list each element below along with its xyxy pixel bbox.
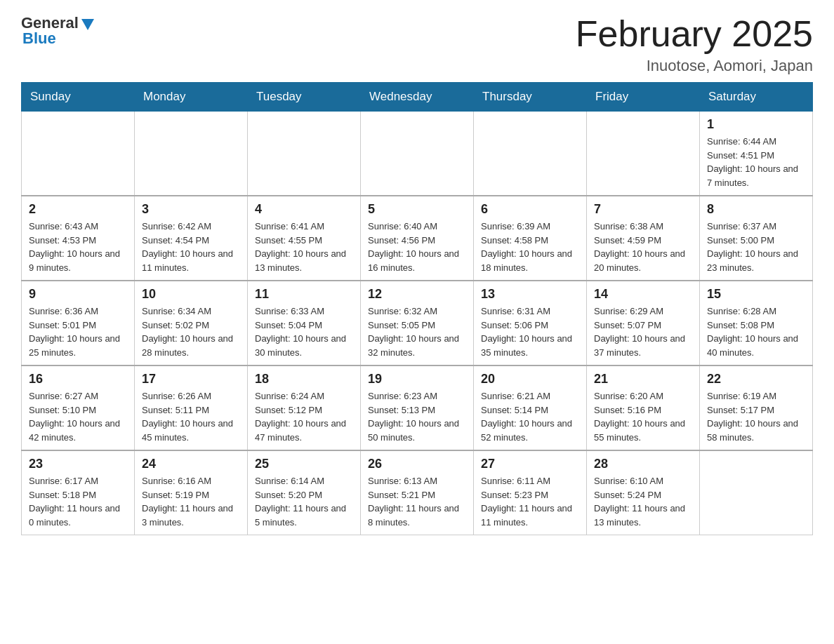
day-info: Sunrise: 6:41 AMSunset: 4:55 PMDaylight:… bbox=[255, 220, 353, 274]
calendar-cell: 4Sunrise: 6:41 AMSunset: 4:55 PMDaylight… bbox=[248, 196, 361, 281]
day-number: 17 bbox=[142, 372, 240, 387]
day-number: 12 bbox=[368, 287, 466, 302]
day-info: Sunrise: 6:20 AMSunset: 5:16 PMDaylight:… bbox=[594, 389, 692, 444]
header-friday: Friday bbox=[587, 83, 700, 112]
calendar-cell: 13Sunrise: 6:31 AMSunset: 5:06 PMDayligh… bbox=[474, 281, 587, 365]
calendar-week-row: 9Sunrise: 6:36 AMSunset: 5:01 PMDaylight… bbox=[22, 281, 813, 365]
day-info: Sunrise: 6:19 AMSunset: 5:17 PMDaylight:… bbox=[707, 389, 805, 444]
day-info: Sunrise: 6:42 AMSunset: 4:54 PMDaylight:… bbox=[142, 220, 240, 274]
day-info: Sunrise: 6:14 AMSunset: 5:20 PMDaylight:… bbox=[255, 474, 353, 529]
day-info: Sunrise: 6:33 AMSunset: 5:04 PMDaylight:… bbox=[255, 304, 353, 359]
day-number: 2 bbox=[29, 202, 127, 217]
day-number: 16 bbox=[29, 372, 127, 387]
calendar-cell: 11Sunrise: 6:33 AMSunset: 5:04 PMDayligh… bbox=[248, 281, 361, 365]
day-info: Sunrise: 6:21 AMSunset: 5:14 PMDaylight:… bbox=[481, 389, 579, 444]
day-number: 26 bbox=[368, 457, 466, 471]
day-number: 7 bbox=[594, 202, 692, 217]
calendar-cell: 27Sunrise: 6:11 AMSunset: 5:23 PMDayligh… bbox=[474, 450, 587, 535]
day-info: Sunrise: 6:44 AMSunset: 4:51 PMDaylight:… bbox=[707, 135, 805, 189]
calendar-cell: 26Sunrise: 6:13 AMSunset: 5:21 PMDayligh… bbox=[361, 450, 474, 535]
calendar-title: February 2025 bbox=[576, 14, 813, 54]
day-number: 18 bbox=[255, 372, 353, 387]
calendar-cell: 10Sunrise: 6:34 AMSunset: 5:02 PMDayligh… bbox=[135, 281, 248, 365]
calendar-cell: 2Sunrise: 6:43 AMSunset: 4:53 PMDaylight… bbox=[22, 196, 135, 281]
day-number: 24 bbox=[142, 457, 240, 471]
calendar-cell bbox=[361, 112, 474, 196]
calendar-subtitle: Inuotose, Aomori, Japan bbox=[576, 57, 813, 75]
day-info: Sunrise: 6:23 AMSunset: 5:13 PMDaylight:… bbox=[368, 389, 466, 444]
day-info: Sunrise: 6:13 AMSunset: 5:21 PMDaylight:… bbox=[368, 474, 466, 529]
day-info: Sunrise: 6:31 AMSunset: 5:06 PMDaylight:… bbox=[481, 304, 579, 359]
day-number: 23 bbox=[29, 457, 127, 471]
calendar-cell: 15Sunrise: 6:28 AMSunset: 5:08 PMDayligh… bbox=[700, 281, 813, 365]
day-number: 1 bbox=[707, 117, 805, 132]
calendar-cell: 14Sunrise: 6:29 AMSunset: 5:07 PMDayligh… bbox=[587, 281, 700, 365]
calendar-cell: 5Sunrise: 6:40 AMSunset: 4:56 PMDaylight… bbox=[361, 196, 474, 281]
calendar-cell: 21Sunrise: 6:20 AMSunset: 5:16 PMDayligh… bbox=[587, 365, 700, 450]
logo-blue-text: Blue bbox=[22, 29, 95, 48]
day-number: 4 bbox=[255, 202, 353, 217]
day-number: 19 bbox=[368, 372, 466, 387]
calendar-cell: 12Sunrise: 6:32 AMSunset: 5:05 PMDayligh… bbox=[361, 281, 474, 365]
page-header: General Blue February 2025 Inuotose, Aom… bbox=[21, 14, 813, 75]
day-info: Sunrise: 6:10 AMSunset: 5:24 PMDaylight:… bbox=[594, 474, 692, 529]
calendar-cell: 3Sunrise: 6:42 AMSunset: 4:54 PMDaylight… bbox=[135, 196, 248, 281]
calendar-cell bbox=[248, 112, 361, 196]
day-info: Sunrise: 6:40 AMSunset: 4:56 PMDaylight:… bbox=[368, 220, 466, 274]
calendar-cell: 18Sunrise: 6:24 AMSunset: 5:12 PMDayligh… bbox=[248, 365, 361, 450]
calendar-week-row: 16Sunrise: 6:27 AMSunset: 5:10 PMDayligh… bbox=[22, 365, 813, 450]
calendar-cell: 24Sunrise: 6:16 AMSunset: 5:19 PMDayligh… bbox=[135, 450, 248, 535]
day-info: Sunrise: 6:32 AMSunset: 5:05 PMDaylight:… bbox=[368, 304, 466, 359]
calendar-cell bbox=[135, 112, 248, 196]
header-tuesday: Tuesday bbox=[248, 83, 361, 112]
day-number: 27 bbox=[481, 457, 579, 471]
day-number: 25 bbox=[255, 457, 353, 471]
day-info: Sunrise: 6:28 AMSunset: 5:08 PMDaylight:… bbox=[707, 304, 805, 359]
header-monday: Monday bbox=[135, 83, 248, 112]
day-info: Sunrise: 6:43 AMSunset: 4:53 PMDaylight:… bbox=[29, 220, 127, 274]
calendar-week-row: 2Sunrise: 6:43 AMSunset: 4:53 PMDaylight… bbox=[22, 196, 813, 281]
calendar-cell: 28Sunrise: 6:10 AMSunset: 5:24 PMDayligh… bbox=[587, 450, 700, 535]
day-number: 13 bbox=[481, 287, 579, 302]
calendar-cell: 20Sunrise: 6:21 AMSunset: 5:14 PMDayligh… bbox=[474, 365, 587, 450]
header-sunday: Sunday bbox=[22, 83, 135, 112]
calendar-week-row: 23Sunrise: 6:17 AMSunset: 5:18 PMDayligh… bbox=[22, 450, 813, 535]
calendar-cell: 25Sunrise: 6:14 AMSunset: 5:20 PMDayligh… bbox=[248, 450, 361, 535]
calendar-cell: 19Sunrise: 6:23 AMSunset: 5:13 PMDayligh… bbox=[361, 365, 474, 450]
calendar-cell bbox=[700, 450, 813, 535]
title-section: February 2025 Inuotose, Aomori, Japan bbox=[576, 14, 813, 75]
calendar-cell bbox=[22, 112, 135, 196]
day-number: 15 bbox=[707, 287, 805, 302]
day-number: 20 bbox=[481, 372, 579, 387]
day-number: 9 bbox=[29, 287, 127, 302]
svg-marker-0 bbox=[81, 19, 94, 30]
day-number: 3 bbox=[142, 202, 240, 217]
calendar-cell: 1Sunrise: 6:44 AMSunset: 4:51 PMDaylight… bbox=[700, 112, 813, 196]
calendar-week-row: 1Sunrise: 6:44 AMSunset: 4:51 PMDaylight… bbox=[22, 112, 813, 196]
day-info: Sunrise: 6:37 AMSunset: 5:00 PMDaylight:… bbox=[707, 220, 805, 274]
day-info: Sunrise: 6:38 AMSunset: 4:59 PMDaylight:… bbox=[594, 220, 692, 274]
day-number: 8 bbox=[707, 202, 805, 217]
calendar-cell bbox=[474, 112, 587, 196]
day-number: 28 bbox=[594, 457, 692, 471]
day-number: 11 bbox=[255, 287, 353, 302]
calendar-cell: 7Sunrise: 6:38 AMSunset: 4:59 PMDaylight… bbox=[587, 196, 700, 281]
day-info: Sunrise: 6:39 AMSunset: 4:58 PMDaylight:… bbox=[481, 220, 579, 274]
day-number: 21 bbox=[594, 372, 692, 387]
day-info: Sunrise: 6:34 AMSunset: 5:02 PMDaylight:… bbox=[142, 304, 240, 359]
calendar-cell: 17Sunrise: 6:26 AMSunset: 5:11 PMDayligh… bbox=[135, 365, 248, 450]
day-number: 6 bbox=[481, 202, 579, 217]
day-number: 22 bbox=[707, 372, 805, 387]
calendar-cell: 9Sunrise: 6:36 AMSunset: 5:01 PMDaylight… bbox=[22, 281, 135, 365]
day-info: Sunrise: 6:26 AMSunset: 5:11 PMDaylight:… bbox=[142, 389, 240, 444]
day-number: 10 bbox=[142, 287, 240, 302]
header-saturday: Saturday bbox=[700, 83, 813, 112]
day-info: Sunrise: 6:17 AMSunset: 5:18 PMDaylight:… bbox=[29, 474, 127, 529]
header-thursday: Thursday bbox=[474, 83, 587, 112]
calendar-cell: 16Sunrise: 6:27 AMSunset: 5:10 PMDayligh… bbox=[22, 365, 135, 450]
calendar-cell: 6Sunrise: 6:39 AMSunset: 4:58 PMDaylight… bbox=[474, 196, 587, 281]
header-wednesday: Wednesday bbox=[361, 83, 474, 112]
day-info: Sunrise: 6:16 AMSunset: 5:19 PMDaylight:… bbox=[142, 474, 240, 529]
day-info: Sunrise: 6:11 AMSunset: 5:23 PMDaylight:… bbox=[481, 474, 579, 529]
day-info: Sunrise: 6:29 AMSunset: 5:07 PMDaylight:… bbox=[594, 304, 692, 359]
